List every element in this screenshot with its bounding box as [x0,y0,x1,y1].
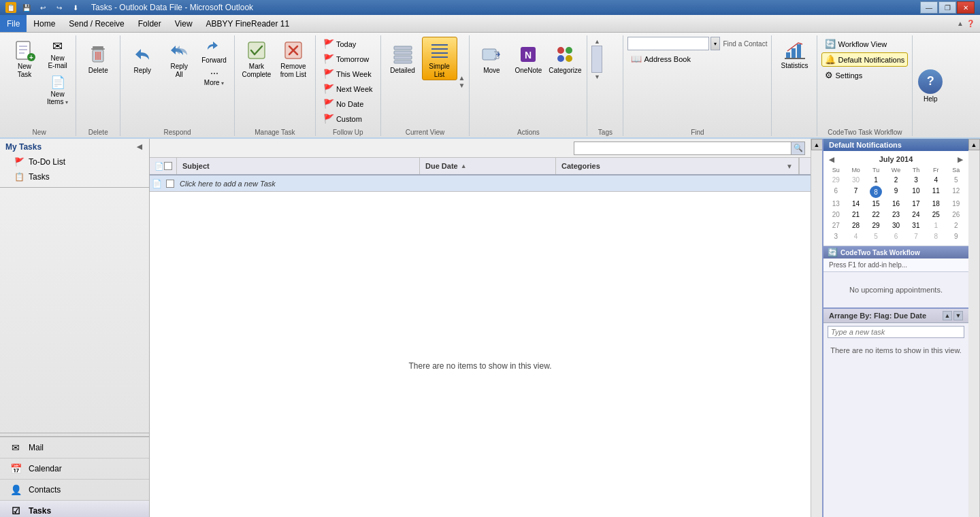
categorize-button[interactable]: Categorize [547,37,583,80]
cal-day-25[interactable]: 25 [926,210,945,220]
cal-day-5b[interactable]: 5 [866,231,885,241]
detailed-view-button[interactable]: Detailed [385,37,421,80]
workflow-view-button[interactable]: 🔄 Workflow View [821,37,890,51]
cal-day-8-today[interactable]: 8 [870,186,882,198]
cal-day-20[interactable]: 20 [826,210,845,220]
cal-day-2b[interactable]: 2 [947,220,966,231]
menu-send-receive[interactable]: Send / Receive [62,15,131,32]
menu-folder[interactable]: Folder [131,15,168,32]
cal-day-19[interactable]: 19 [947,199,966,209]
cal-day-3[interactable]: 3 [906,175,926,185]
cal-day-4b[interactable]: 4 [846,231,865,241]
sidebar-collapse-icon[interactable]: ◀ [135,141,144,152]
custom-button[interactable]: 🚩 Custom [320,112,365,126]
cal-day-30b[interactable]: 30 [886,220,905,231]
more-button[interactable]: ⋯ More ▾ [198,67,230,88]
default-notifications-button[interactable]: 🔔 Default Notifications [821,52,908,67]
menu-home[interactable]: Home [27,15,62,32]
categories-filter-icon[interactable]: ▼ [786,163,793,170]
menu-abbyy[interactable]: ABBYY FineReader 11 [199,15,297,32]
task-list-scroll-down[interactable]: ▼ [953,311,963,320]
qat-undo[interactable]: ↩ [35,1,50,14]
search-button[interactable]: 🔍 [791,142,804,154]
nav-item-calendar[interactable]: 📅 Calendar [0,458,149,479]
find-contact-label[interactable]: Find a Contact [723,40,767,48]
new-task-button[interactable]: + NewTask [7,37,42,80]
cal-day-9[interactable]: 9 [886,186,905,198]
cal-day-21[interactable]: 21 [846,210,865,220]
qat-save[interactable]: 💾 [19,1,34,14]
next-week-button[interactable]: 🚩 Next Week [320,82,376,96]
cal-day-15[interactable]: 15 [866,199,885,209]
task-col-due-date[interactable]: Due Date ▲ [420,158,556,174]
find-contact-dropdown[interactable]: ▾ [710,37,720,50]
forward-button[interactable]: Forward [198,37,230,66]
cal-day-6[interactable]: 6 [826,186,845,198]
my-tasks-header[interactable]: My Tasks ◀ [0,139,149,154]
calendar-prev[interactable]: ◀ [829,156,834,163]
sidebar-item-todo-list[interactable]: 🚩 To-Do List [0,154,149,169]
task-list-scroll-up[interactable]: ▲ [943,311,952,320]
scroll-up-button[interactable]: ▲ [811,139,823,150]
onenote-button[interactable]: N OneNote [510,37,546,80]
no-date-button[interactable]: 🚩 No Date [320,97,367,111]
task-header-check[interactable] [164,162,172,170]
reply-all-button[interactable]: ReplyAll [161,37,197,80]
cal-day-22[interactable]: 22 [866,210,885,220]
cal-day-29b[interactable]: 29 [866,220,885,231]
view-scroll-down[interactable]: ▼ [459,82,466,89]
cal-day-11[interactable]: 11 [926,186,945,198]
restore-button[interactable]: ❐ [938,1,956,14]
cal-day-12[interactable]: 12 [947,186,966,198]
cal-day-6b[interactable]: 6 [886,231,905,241]
cal-day-13[interactable]: 13 [826,199,845,209]
address-book-button[interactable]: 📖 Address Book [627,52,693,66]
cal-day-17[interactable]: 17 [906,199,926,209]
close-button[interactable]: ✕ [957,1,975,14]
cal-day-16[interactable]: 16 [886,199,905,209]
sidebar-item-tasks[interactable]: 📋 Tasks [0,169,149,184]
cal-day-1[interactable]: 1 [866,175,885,185]
cal-day-27[interactable]: 27 [826,220,845,231]
minimize-button[interactable]: — [920,1,938,14]
nav-item-contacts[interactable]: 👤 Contacts [0,479,149,500]
add-task-text[interactable]: Click here to add a new Task [177,180,811,188]
today-button[interactable]: 🚩 Today [320,37,359,51]
this-week-button[interactable]: 🚩 This Week [320,67,375,81]
qat-redo[interactable]: ↪ [52,1,67,14]
tags-scroll-down[interactable]: ▼ [594,73,600,80]
calendar-next[interactable]: ▶ [958,156,963,163]
menu-view[interactable]: View [168,15,199,32]
nav-item-tasks[interactable]: ☑ Tasks [0,500,149,517]
scroll-track[interactable] [811,150,822,517]
cal-day-5[interactable]: 5 [947,175,966,185]
cal-day-30a[interactable]: 30 [846,175,865,185]
tags-scroll-up[interactable]: ▲ [594,38,600,45]
cal-day-3b[interactable]: 3 [826,231,845,241]
settings-button[interactable]: ⚙ Settings [821,68,866,82]
cal-day-10[interactable]: 10 [906,186,926,198]
cal-day-28[interactable]: 28 [846,220,865,231]
cal-day-29a[interactable]: 29 [826,175,845,185]
find-contact-input[interactable] [627,37,709,50]
help-button[interactable]: ? [918,69,943,94]
cal-day-2[interactable]: 2 [886,175,905,185]
menu-file[interactable]: File [0,15,27,32]
add-task-row[interactable]: 📄 Click here to add a new Task [150,176,811,192]
statistics-button[interactable]: Statistics [776,37,813,71]
mark-complete-button[interactable]: MarkComplete [239,37,274,80]
cal-day-24[interactable]: 24 [906,210,926,220]
cal-day-4[interactable]: 4 [926,175,945,185]
search-input[interactable] [574,144,791,152]
new-email-button[interactable]: ✉ NewE-mail [44,37,71,71]
nav-item-mail[interactable]: ✉ Mail [0,437,149,458]
task-col-categories[interactable]: Categories ▼ [556,158,799,174]
simple-list-view-button[interactable]: Simple List [422,37,457,80]
add-task-check[interactable] [163,180,177,188]
cal-day-23[interactable]: 23 [886,210,905,220]
cal-day-14[interactable]: 14 [846,199,865,209]
remove-from-list-button[interactable]: Removefrom List [276,37,311,80]
tomorrow-button[interactable]: 🚩 Tomorrow [320,52,372,66]
reply-button[interactable]: Reply [125,37,160,80]
cal-day-8b[interactable]: 8 [926,231,945,241]
